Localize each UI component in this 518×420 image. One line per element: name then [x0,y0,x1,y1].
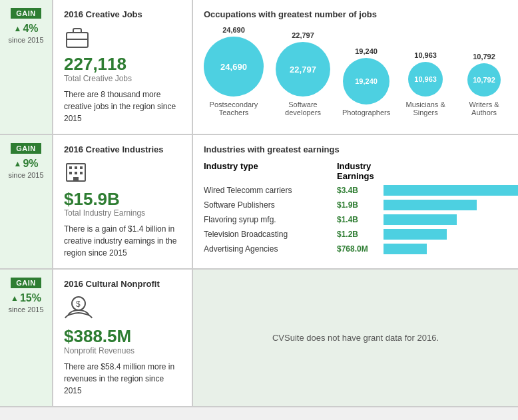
industries-table-header: Industry type Industry Earnings [204,161,518,181]
industry-val-0: $3.4B [337,186,384,195]
bubble-item-4: 10,792 10,792 Writers & Authors [461,53,507,116]
jobs-sub-label: Total Creative Jobs [64,74,181,83]
bubble-num-0: 24,690 [222,26,245,34]
industry-val-4: $768.0M [337,244,384,254]
bubble-circle-2: 19,240 [343,58,389,105]
jobs-title: 2016 Creative Jobs [64,9,181,19]
industry-bar-0 [384,185,518,196]
bubble-circle-3: 10,963 [408,62,443,97]
gain-since-industries: since 2015 [8,171,43,179]
svg-text:$: $ [76,300,81,309]
jobs-big-number: 227,118 [64,55,181,74]
bubble-num-4: 10,792 [473,53,495,61]
industry-row-1: Software Publishers $1.9B [204,200,518,210]
industry-bar-wrap-3 [384,229,518,240]
nonprofit-description: There are $58.4 million more in revenues… [64,361,181,397]
briefcase-icon [64,25,181,51]
bubble-circle-0: 24,690 [204,37,264,97]
bubble-num-2: 19,240 [355,47,378,55]
industry-bar-wrap-1 [384,200,518,210]
industry-row-4: Advertising Agencies $768.0M [204,244,518,254]
industries-description: There is a gain of $1.4 billion in creat… [64,223,181,259]
industries-left-col: 2016 Creative Industries $15.9B Total In… [53,135,193,269]
industry-name-2: Flavoring syrup mfg. [204,215,337,224]
industries-section: GAIN ▲ 9% since 2015 2016 Creative Indus… [0,135,518,270]
industry-bar-2 [384,214,457,225]
nonprofit-big-number: $388.5M [64,327,181,346]
svg-rect-4 [75,166,77,169]
bubble-num-1: 22,797 [292,31,314,39]
industry-bar-wrap-2 [384,214,518,225]
gain-col-industries: GAIN ▲ 9% since 2015 [0,135,53,269]
bubble-circle-1: 22,797 [276,42,330,97]
gain-pct-industries: ▲ 9% [13,158,38,170]
bubble-circle-4: 10,792 [467,63,501,97]
jobs-right-title: Occupations with greatest number of jobs [204,9,507,19]
jobs-right-col: Occupations with greatest number of jobs… [193,0,518,134]
industries-title: 2016 Creative Industries [64,144,181,154]
nonprofit-right-col: CVSuite does not have grant data for 201… [193,270,518,406]
nonprofit-sub-label: Nonprofit Revenues [64,346,181,355]
bubble-label-3: Musicians & Singers [402,101,449,116]
gain-badge-industries: GAIN [11,143,41,154]
bubble-item-0: 24,690 24,690 Postsecondary Teachers [204,26,264,116]
industries-right-col: Industries with greatest earnings Indust… [193,135,518,269]
svg-rect-3 [69,166,72,169]
industry-name-1: Software Publishers [204,200,337,210]
industries-big-number: $15.9B [64,190,181,209]
gain-pct-nonprofit: ▲ 15% [11,292,41,304]
svg-rect-9 [73,177,79,181]
industry-val-3: $1.2B [337,230,384,239]
col-industry-earnings: Industry Earnings [337,161,390,181]
jobs-section: GAIN ▲ 4% since 2015 2016 Creative Jobs … [0,0,518,135]
industry-bar-4 [384,244,427,254]
industry-bar-wrap-4 [384,244,518,254]
bubble-item-1: 22,797 22,797 Software developers [276,31,330,116]
industry-row-2: Flavoring syrup mfg. $1.4B [204,214,518,225]
gain-pct-value-nonprofit: 15% [20,292,41,304]
gain-col-nonprofit: GAIN ▲ 15% since 2015 [0,270,53,406]
svg-rect-5 [80,166,83,169]
industry-bar-3 [384,229,447,240]
gain-col-jobs: GAIN ▲ 4% since 2015 [0,0,53,134]
bubble-item-3: 10,963 10,963 Musicians & Singers [402,51,449,116]
gain-since-nonprofit: since 2015 [8,306,43,314]
svg-rect-7 [75,172,77,174]
nonprofit-message: CVSuite does not have grant data for 201… [272,333,439,343]
gain-pct-value-jobs: 4% [23,23,38,35]
gain-arrow-nonprofit: ▲ [11,294,19,303]
nonprofit-section: GAIN ▲ 15% since 2015 2016 Cultural Nonp… [0,270,518,407]
industry-bar-wrap-0 [384,185,518,196]
industry-val-1: $1.9B [337,200,384,210]
industry-name-4: Advertising Agencies [204,244,337,254]
gain-since-jobs: since 2015 [8,36,43,44]
hand-icon: $ [64,294,181,323]
industry-row-3: Television Broadcasting $1.2B [204,229,518,240]
gain-badge-nonprofit: GAIN [11,278,41,288]
col-industry-type: Industry type [204,161,337,181]
industry-name-0: Wired Telecomm carriers [204,186,337,195]
gain-pct-jobs: ▲ 4% [13,23,38,35]
industry-row-0: Wired Telecomm carriers $3.4B [204,185,518,196]
bubble-label-2: Photographers [342,108,390,116]
nonprofit-left-col: 2016 Cultural Nonprofit $ $388.5M Nonpro… [53,270,193,406]
nonprofit-title: 2016 Cultural Nonprofit [64,279,181,289]
industry-val-2: $1.4B [337,215,384,224]
industries-right-title: Industries with greatest earnings [204,144,518,154]
bubble-label-4: Writers & Authors [461,101,507,116]
gain-pct-value-industries: 9% [23,158,38,170]
bubble-item-2: 19,240 19,240 Photographers [342,47,390,116]
bubbles-container: 24,690 24,690 Postsecondary Teachers 22,… [204,26,507,116]
jobs-description: There are 8 thousand more creative jobs … [64,89,181,124]
building-icon [64,160,181,186]
gain-badge-jobs: GAIN [11,8,41,19]
bubble-label-1: Software developers [276,101,330,116]
svg-rect-6 [69,172,72,174]
industries-sub-label: Total Industry Earnings [64,208,181,218]
bubble-num-3: 10,963 [414,51,437,59]
industries-table: Industry type Industry Earnings Wired Te… [204,161,518,254]
gain-arrow-industries: ▲ [13,159,21,168]
industry-bar-1 [384,200,477,210]
gain-arrow-jobs: ▲ [13,24,21,33]
jobs-left-col: 2016 Creative Jobs 227,118 Total Creativ… [53,0,193,134]
